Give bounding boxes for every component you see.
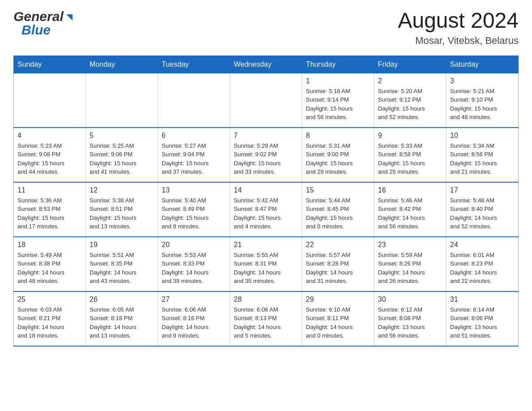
day-info: Sunrise: 5:27 AMSunset: 9:04 PMDaylight:… xyxy=(162,141,226,176)
day-info: Sunrise: 6:06 AMSunset: 8:16 PMDaylight:… xyxy=(162,305,226,340)
calendar-day-cell: 15Sunrise: 5:44 AMSunset: 8:45 PMDayligh… xyxy=(302,182,374,237)
calendar-day-cell: 10Sunrise: 5:34 AMSunset: 8:56 PMDayligh… xyxy=(446,128,519,182)
day-info: Sunrise: 5:57 AMSunset: 8:28 PMDaylight:… xyxy=(306,251,370,286)
day-number: 27 xyxy=(162,295,226,304)
calendar-day-cell: 16Sunrise: 5:46 AMSunset: 8:42 PMDayligh… xyxy=(374,182,446,237)
day-info: Sunrise: 5:51 AMSunset: 8:35 PMDaylight:… xyxy=(90,251,154,286)
day-info: Sunrise: 5:53 AMSunset: 8:33 PMDaylight:… xyxy=(162,251,226,286)
day-info: Sunrise: 5:40 AMSunset: 8:49 PMDaylight:… xyxy=(162,196,226,231)
month-title: August 2024 xyxy=(398,9,519,33)
day-info: Sunrise: 5:18 AMSunset: 9:14 PMDaylight:… xyxy=(306,87,370,122)
day-info: Sunrise: 5:42 AMSunset: 8:47 PMDaylight:… xyxy=(234,196,298,231)
day-info: Sunrise: 5:38 AMSunset: 8:51 PMDaylight:… xyxy=(90,196,154,231)
calendar-day-cell: 20Sunrise: 5:53 AMSunset: 8:33 PMDayligh… xyxy=(158,237,230,291)
calendar-day-cell: 7Sunrise: 5:29 AMSunset: 9:02 PMDaylight… xyxy=(230,128,302,182)
calendar-day-cell: 5Sunrise: 5:25 AMSunset: 9:06 PMDaylight… xyxy=(86,128,158,182)
calendar-day-cell: 22Sunrise: 5:57 AMSunset: 8:28 PMDayligh… xyxy=(302,237,374,291)
location-title: Mosar, Vitebsk, Belarus xyxy=(398,35,519,47)
calendar-day-cell: 13Sunrise: 5:40 AMSunset: 8:49 PMDayligh… xyxy=(158,182,230,237)
day-number: 2 xyxy=(378,77,442,85)
day-info: Sunrise: 5:21 AMSunset: 9:10 PMDaylight:… xyxy=(450,87,515,122)
day-info: Sunrise: 5:34 AMSunset: 8:56 PMDaylight:… xyxy=(450,141,515,176)
calendar-day-cell: 4Sunrise: 5:23 AMSunset: 9:08 PMDaylight… xyxy=(14,128,86,182)
day-number: 9 xyxy=(378,132,442,140)
calendar-day-cell: 21Sunrise: 5:55 AMSunset: 8:31 PMDayligh… xyxy=(230,237,302,291)
day-number: 18 xyxy=(17,241,82,249)
calendar-day-header: Sunday xyxy=(14,56,86,73)
day-number: 29 xyxy=(306,295,370,304)
day-number: 12 xyxy=(90,186,154,194)
logo-blue-text: Blue xyxy=(21,22,51,38)
day-number: 19 xyxy=(90,241,154,249)
calendar-day-cell: 11Sunrise: 5:36 AMSunset: 8:53 PMDayligh… xyxy=(14,182,86,237)
svg-marker-0 xyxy=(66,14,73,21)
day-info: Sunrise: 5:33 AMSunset: 8:58 PMDaylight:… xyxy=(378,141,442,176)
day-info: Sunrise: 5:59 AMSunset: 8:26 PMDaylight:… xyxy=(378,251,442,286)
calendar-week-row: 1Sunrise: 5:18 AMSunset: 9:14 PMDaylight… xyxy=(14,73,519,128)
day-info: Sunrise: 6:01 AMSunset: 8:23 PMDaylight:… xyxy=(450,251,515,286)
day-number: 4 xyxy=(17,132,82,140)
day-number: 26 xyxy=(90,295,154,304)
logo-general-text: General xyxy=(13,9,64,24)
day-number: 13 xyxy=(162,186,226,194)
logo: General Blue xyxy=(13,9,74,38)
calendar-week-row: 11Sunrise: 5:36 AMSunset: 8:53 PMDayligh… xyxy=(14,182,519,237)
calendar-day-cell xyxy=(158,73,230,128)
day-number: 8 xyxy=(306,132,370,140)
day-number: 11 xyxy=(17,186,82,194)
day-info: Sunrise: 5:31 AMSunset: 9:00 PMDaylight:… xyxy=(306,141,370,176)
day-info: Sunrise: 6:03 AMSunset: 8:21 PMDaylight:… xyxy=(17,305,82,340)
page-header: General Blue August 2024 Mosar, Vitebsk,… xyxy=(13,9,519,47)
day-number: 15 xyxy=(306,186,370,194)
day-info: Sunrise: 5:46 AMSunset: 8:42 PMDaylight:… xyxy=(378,196,442,231)
calendar-week-row: 25Sunrise: 6:03 AMSunset: 8:21 PMDayligh… xyxy=(14,291,519,346)
day-info: Sunrise: 5:44 AMSunset: 8:45 PMDaylight:… xyxy=(306,196,370,231)
calendar-day-cell: 18Sunrise: 5:49 AMSunset: 8:38 PMDayligh… xyxy=(14,237,86,291)
day-number: 10 xyxy=(450,132,515,140)
calendar-week-row: 4Sunrise: 5:23 AMSunset: 9:08 PMDaylight… xyxy=(14,128,519,182)
day-info: Sunrise: 5:36 AMSunset: 8:53 PMDaylight:… xyxy=(17,196,82,231)
day-info: Sunrise: 5:55 AMSunset: 8:31 PMDaylight:… xyxy=(234,251,298,286)
calendar-day-cell: 24Sunrise: 6:01 AMSunset: 8:23 PMDayligh… xyxy=(446,237,519,291)
day-number: 24 xyxy=(450,241,515,249)
calendar-day-cell: 12Sunrise: 5:38 AMSunset: 8:51 PMDayligh… xyxy=(86,182,158,237)
day-number: 31 xyxy=(450,295,515,304)
day-info: Sunrise: 6:10 AMSunset: 8:11 PMDaylight:… xyxy=(306,305,370,340)
day-number: 25 xyxy=(17,295,82,304)
day-number: 20 xyxy=(162,241,226,249)
day-number: 30 xyxy=(378,295,442,304)
calendar-day-cell: 19Sunrise: 5:51 AMSunset: 8:35 PMDayligh… xyxy=(86,237,158,291)
calendar-day-header: Thursday xyxy=(302,56,374,73)
day-info: Sunrise: 5:23 AMSunset: 9:08 PMDaylight:… xyxy=(17,141,82,176)
day-info: Sunrise: 6:12 AMSunset: 8:08 PMDaylight:… xyxy=(378,305,442,340)
calendar-day-header: Saturday xyxy=(446,56,519,73)
logo-arrow-icon xyxy=(64,13,74,22)
day-number: 5 xyxy=(90,132,154,140)
calendar-table: SundayMondayTuesdayWednesdayThursdayFrid… xyxy=(13,56,519,347)
day-number: 17 xyxy=(450,186,515,194)
day-info: Sunrise: 5:25 AMSunset: 9:06 PMDaylight:… xyxy=(90,141,154,176)
calendar-day-cell: 29Sunrise: 6:10 AMSunset: 8:11 PMDayligh… xyxy=(302,291,374,346)
calendar-day-cell: 25Sunrise: 6:03 AMSunset: 8:21 PMDayligh… xyxy=(14,291,86,346)
day-number: 6 xyxy=(162,132,226,140)
day-info: Sunrise: 5:20 AMSunset: 9:12 PMDaylight:… xyxy=(378,87,442,122)
day-info: Sunrise: 6:14 AMSunset: 8:06 PMDaylight:… xyxy=(450,305,515,340)
calendar-day-cell: 23Sunrise: 5:59 AMSunset: 8:26 PMDayligh… xyxy=(374,237,446,291)
day-info: Sunrise: 5:29 AMSunset: 9:02 PMDaylight:… xyxy=(234,141,298,176)
day-number: 16 xyxy=(378,186,442,194)
day-number: 21 xyxy=(234,241,298,249)
calendar-day-header: Tuesday xyxy=(158,56,230,73)
calendar-day-cell: 2Sunrise: 5:20 AMSunset: 9:12 PMDaylight… xyxy=(374,73,446,128)
calendar-day-header: Friday xyxy=(374,56,446,73)
calendar-day-cell: 28Sunrise: 6:08 AMSunset: 8:13 PMDayligh… xyxy=(230,291,302,346)
day-number: 7 xyxy=(234,132,298,140)
calendar-day-cell: 3Sunrise: 5:21 AMSunset: 9:10 PMDaylight… xyxy=(446,73,519,128)
day-number: 14 xyxy=(234,186,298,194)
calendar-day-cell: 9Sunrise: 5:33 AMSunset: 8:58 PMDaylight… xyxy=(374,128,446,182)
calendar-day-cell: 1Sunrise: 5:18 AMSunset: 9:14 PMDaylight… xyxy=(302,73,374,128)
day-info: Sunrise: 5:49 AMSunset: 8:38 PMDaylight:… xyxy=(17,251,82,286)
calendar-day-cell xyxy=(86,73,158,128)
calendar-day-cell: 26Sunrise: 6:05 AMSunset: 8:18 PMDayligh… xyxy=(86,291,158,346)
calendar-day-cell xyxy=(230,73,302,128)
calendar-day-cell: 30Sunrise: 6:12 AMSunset: 8:08 PMDayligh… xyxy=(374,291,446,346)
